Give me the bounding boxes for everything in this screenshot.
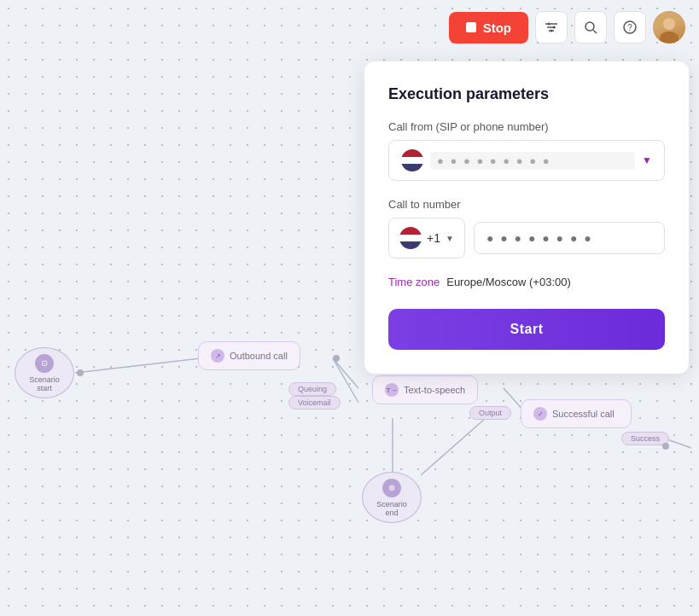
scenario-start-icon: ⊙ [35,354,54,373]
us-flag-icon-2 [399,227,422,249]
outbound-call-node[interactable]: ↗ Outbound call [198,341,300,370]
help-icon: ? [623,20,637,34]
chevron-small-icon: ▼ [446,234,454,243]
connector-dot-1 [77,369,84,376]
successful-call-icon: ✓ [533,407,547,421]
timezone-row: Time zone Europe/Moscow (+03:00) [388,276,665,288]
help-button[interactable]: ? [614,11,646,44]
svg-line-16 [593,30,597,33]
avatar [653,11,685,44]
filter-icon [544,20,559,35]
queuing-tag: Queuing [288,382,336,396]
tts-label: Text-to-speech [404,385,465,395]
execution-panel: Execution parameters Call from (SIP or p… [364,61,689,374]
us-flag-icon [401,149,423,171]
toolbar: Stop ? [0,0,699,55]
sip-field-label: Call from (SIP or phone number) [388,120,665,133]
voicemail-tag: Voicemail [288,396,341,410]
search-button[interactable] [574,11,607,44]
call-to-row: +1 ▼ [388,218,665,259]
stop-button[interactable]: Stop [449,12,528,44]
country-code-text: +1 [427,231,440,245]
connector-dot-2 [333,355,340,362]
search-icon [584,20,597,34]
sip-dropdown[interactable]: ● ● ● ● ● ● ● ● ● ▼ [388,140,665,181]
stop-label: Stop [483,20,511,35]
svg-point-15 [585,22,594,31]
chevron-down-icon: ▼ [642,154,652,166]
stop-icon [466,22,476,32]
start-button[interactable]: Start [388,309,665,350]
successful-call-label: Successful call [552,409,615,419]
outbound-call-label: Outbound call [230,351,288,361]
outbound-call-icon: ↗ [211,349,224,363]
output-tag: Output [469,406,511,420]
filter-button[interactable] [535,11,568,44]
svg-point-13 [553,26,556,29]
text-to-speech-node[interactable]: T→ Text-to-speech [372,375,478,404]
svg-point-14 [550,30,553,32]
call-to-label: Call to number [388,198,665,211]
successful-call-node[interactable]: ✓ Successful call [521,399,632,428]
timezone-label: Time zone [388,276,440,288]
svg-text:?: ? [627,23,632,32]
phone-number-input[interactable] [474,222,665,254]
scenario-end-label: Scenarioend [376,500,407,517]
scenario-start-label: Scenariostart [29,375,60,392]
scenario-end-node: ⊗ Scenarioend [362,472,422,523]
scenario-start-node: ⊙ Scenariostart [15,347,74,398]
sip-value: ● ● ● ● ● ● ● ● ● [430,152,635,170]
scenario-end-icon: ⊗ [382,479,401,497]
call-to-section: Call to number +1 ▼ [388,198,665,259]
svg-point-12 [548,23,550,26]
success-tag: Success [621,432,669,445]
country-code-select[interactable]: +1 ▼ [388,218,465,259]
connector-dot-3 [662,443,669,450]
avatar-button[interactable] [653,11,685,44]
timezone-value: Europe/Moscow (+03:00) [446,276,571,288]
tts-icon: T→ [385,383,399,397]
panel-title: Execution parameters [388,85,665,103]
